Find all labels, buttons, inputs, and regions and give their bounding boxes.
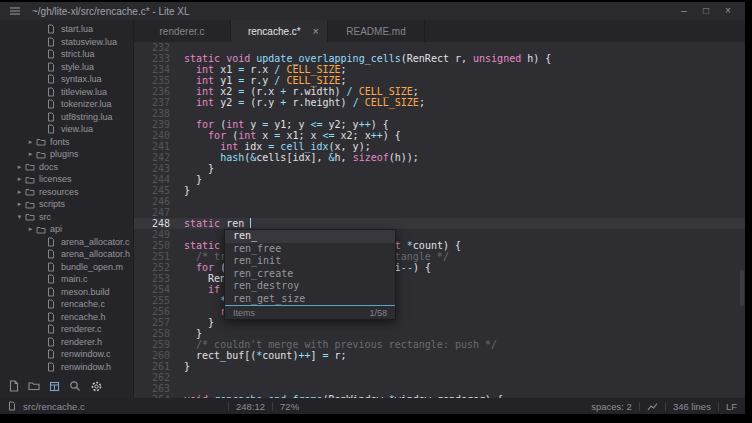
tab-close-icon[interactable]: × bbox=[313, 25, 319, 37]
code-line[interactable]: 237 int y2 = (r.y + r.height) / CELL_SIZ… bbox=[134, 97, 745, 108]
line-number: 254 bbox=[134, 284, 180, 295]
tab-readme.md[interactable]: README.md bbox=[328, 20, 425, 42]
code-text: } bbox=[180, 328, 745, 339]
text-caret bbox=[250, 218, 251, 228]
litexl-window: ~/gh/lite-xl/src/rencache.c* - Lite XL –… bbox=[0, 2, 745, 414]
line-number: 243 bbox=[134, 163, 180, 174]
file-icon bbox=[47, 62, 59, 72]
maximize-button[interactable]: □ bbox=[695, 2, 717, 20]
tree-item-scripts[interactable]: ▸scripts bbox=[0, 198, 133, 211]
search-icon[interactable] bbox=[69, 380, 81, 392]
tree-item-style.lua[interactable]: style.lua bbox=[0, 61, 133, 74]
line-number: 239 bbox=[134, 119, 180, 130]
tree-item-rencache.c[interactable]: rencache.c bbox=[0, 298, 133, 311]
code-line[interactable]: 240 for (int x = x1; x <= x2; x++) { bbox=[134, 130, 745, 141]
line-number: 234 bbox=[134, 64, 180, 75]
line-number: 238 bbox=[134, 108, 180, 119]
code-line[interactable]: 239 for (int y = y1; y <= y2; y++) { bbox=[134, 119, 745, 130]
tree-item-label: style.lua bbox=[61, 62, 94, 72]
code-line[interactable]: 259 /* couldn't merge with previous rect… bbox=[134, 339, 745, 350]
tree-item-start.lua[interactable]: start.lua bbox=[0, 23, 133, 36]
tree-item-resources[interactable]: ▸resources bbox=[0, 186, 133, 199]
code-line[interactable]: 263 bbox=[134, 383, 745, 394]
package-icon[interactable] bbox=[49, 381, 60, 392]
tree-item-plugins[interactable]: ▸plugins bbox=[0, 148, 133, 161]
tree-item-arena-allocator.c[interactable]: arena_allocator.c bbox=[0, 236, 133, 249]
line-number: 232 bbox=[134, 42, 180, 53]
tree-item-docs[interactable]: ▸docs bbox=[0, 161, 133, 174]
statusbar-indent-mode[interactable]: spaces: 2 bbox=[591, 401, 632, 412]
code-line[interactable]: 245} bbox=[134, 185, 745, 196]
code-line[interactable]: 247 bbox=[134, 207, 745, 218]
tree-item-api[interactable]: ▸api bbox=[0, 223, 133, 236]
autocomplete-item-ren-free[interactable]: ren_free bbox=[225, 243, 395, 256]
statusbar-cursor-position[interactable]: 248:12 bbox=[236, 401, 265, 412]
scrollbar-thumb[interactable] bbox=[740, 270, 744, 306]
tree-item-fonts[interactable]: ▸fonts bbox=[0, 136, 133, 149]
tree-item-licenses[interactable]: ▸licenses bbox=[0, 173, 133, 186]
code-line[interactable]: 235 int y1 = r.y / CELL_SIZE; bbox=[134, 75, 745, 86]
tree-item-label: main.c bbox=[61, 274, 88, 284]
code-line[interactable]: 248static ren_ bbox=[134, 218, 745, 229]
minimize-button[interactable]: – bbox=[673, 2, 695, 20]
autocomplete-item-ren-get-size[interactable]: ren_get_size bbox=[225, 293, 395, 306]
menu-icon[interactable] bbox=[6, 6, 24, 16]
code-line[interactable]: 241 int idx = cell_idx(x, y); bbox=[134, 141, 745, 152]
tree-item-strict.lua[interactable]: strict.lua bbox=[0, 48, 133, 61]
code-line[interactable]: 233static void update_overlapping_cells(… bbox=[134, 53, 745, 64]
autocomplete-item-ren[interactable]: ren_ bbox=[225, 230, 395, 243]
editor-scrollbar[interactable] bbox=[739, 42, 745, 398]
tree-item-label: meson.build bbox=[61, 287, 110, 297]
tree-item-meson.build[interactable]: meson.build bbox=[0, 286, 133, 299]
line-number: 261 bbox=[134, 361, 180, 372]
autocomplete-item-ren-init[interactable]: ren_init bbox=[225, 255, 395, 268]
settings-icon[interactable] bbox=[90, 380, 103, 393]
tree-item-label: syntax.lua bbox=[61, 74, 102, 84]
tree-item-rencache.h[interactable]: rencache.h bbox=[0, 311, 133, 324]
line-number: 250 bbox=[134, 240, 180, 251]
code-line[interactable]: 242 hash(&cells[idx], &h, sizeof(h)); bbox=[134, 152, 745, 163]
file-icon bbox=[47, 337, 59, 347]
code-line[interactable]: 260 rect_buf[(*count)++] = r; bbox=[134, 350, 745, 361]
code-line[interactable]: 261} bbox=[134, 361, 745, 372]
code-editor[interactable]: 232233static void update_overlapping_cel… bbox=[134, 42, 745, 398]
new-file-icon[interactable] bbox=[9, 380, 19, 392]
tree-item-titleview.lua[interactable]: titleview.lua bbox=[0, 86, 133, 99]
close-button[interactable]: × bbox=[717, 2, 739, 20]
code-line[interactable]: 234 int x1 = r.x / CELL_SIZE; bbox=[134, 64, 745, 75]
tab-renderer.c[interactable]: renderer.c bbox=[134, 20, 231, 42]
code-line[interactable]: 243 } bbox=[134, 163, 745, 174]
line-number: 246 bbox=[134, 196, 180, 207]
tree-item-src[interactable]: ▾src bbox=[0, 211, 133, 224]
line-number: 240 bbox=[134, 130, 180, 141]
tree-item-tokenizer.lua[interactable]: tokenizer.lua bbox=[0, 98, 133, 111]
autocomplete-item-ren-destroy[interactable]: ren_destroy bbox=[225, 280, 395, 293]
code-line[interactable]: 238 bbox=[134, 108, 745, 119]
tree-item-renwindow.c[interactable]: renwindow.c bbox=[0, 348, 133, 361]
code-line[interactable]: 262 bbox=[134, 372, 745, 383]
tree-item-bundle-open.m[interactable]: bundle_open.m bbox=[0, 261, 133, 274]
divider bbox=[718, 402, 719, 411]
code-line[interactable]: 264void rencache_end_frame(RenWindow *wi… bbox=[134, 394, 745, 398]
open-folder-icon[interactable] bbox=[28, 381, 40, 391]
tree-item-renwindow.h[interactable]: renwindow.h bbox=[0, 361, 133, 374]
chart-icon[interactable] bbox=[647, 402, 658, 411]
tree-item-statusview.lua[interactable]: statusview.lua bbox=[0, 36, 133, 49]
tree-item-renderer.h[interactable]: renderer.h bbox=[0, 336, 133, 349]
code-line[interactable]: 246 bbox=[134, 196, 745, 207]
tree-item-syntax.lua[interactable]: syntax.lua bbox=[0, 73, 133, 86]
tree-item-renderer.c[interactable]: renderer.c bbox=[0, 323, 133, 336]
code-line[interactable]: 232 bbox=[134, 42, 745, 53]
tree-item-arena-allocator.h[interactable]: arena_allocator.h bbox=[0, 248, 133, 261]
tab-rencache.c[interactable]: rencache.c*× bbox=[231, 20, 328, 42]
title-bar: ~/gh/lite-xl/src/rencache.c* - Lite XL –… bbox=[0, 2, 745, 20]
autocomplete-item-ren-create[interactable]: ren_create bbox=[225, 268, 395, 281]
statusbar-line-ending[interactable]: LF bbox=[726, 401, 737, 412]
tree-item-view.lua[interactable]: view.lua bbox=[0, 123, 133, 136]
code-line[interactable]: 258 } bbox=[134, 328, 745, 339]
code-line[interactable]: 236 int x2 = (r.x + r.width) / CELL_SIZE… bbox=[134, 86, 745, 97]
tree-item-utf8string.lua[interactable]: utf8string.lua bbox=[0, 111, 133, 124]
tree-item-label: titleview.lua bbox=[61, 87, 107, 97]
code-line[interactable]: 244 } bbox=[134, 174, 745, 185]
tree-item-main.c[interactable]: main.c bbox=[0, 273, 133, 286]
